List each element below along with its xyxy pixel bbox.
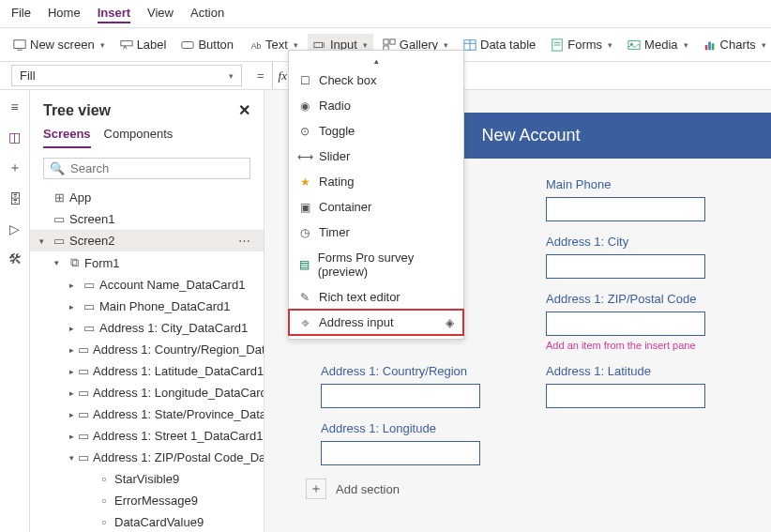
screen-icon [13, 38, 26, 52]
rail-layers-icon[interactable]: ◫ [8, 129, 21, 144]
tree-card-0[interactable]: ▸▭Account Name_DataCard1 [30, 274, 264, 296]
tree-screen2[interactable]: ▾▭Screen2⋯ [30, 230, 264, 251]
tree-card-5[interactable]: ▸▭Address 1: Longitude_DataCard1 [30, 382, 264, 403]
forms-icon [551, 38, 564, 52]
menu-item-icon: ▤ [298, 258, 310, 271]
menu-bar: File Home Insert View Action [0, 0, 771, 28]
menu-item-forms-pro-survey-preview-[interactable]: ▤Forms Pro survey (preview) [289, 245, 463, 284]
svg-rect-6 [384, 38, 388, 43]
media-icon [627, 38, 641, 52]
menu-item-icon: ▣ [298, 201, 311, 214]
svg-rect-19 [711, 43, 714, 50]
field-label: Address 1: ZIP/Postal Code [546, 292, 733, 306]
field-label: Address 1: City [546, 235, 733, 249]
svg-rect-17 [704, 45, 707, 50]
tree-card-4[interactable]: ▸▭Address 1: Latitude_DataCard1 [30, 360, 264, 382]
field-input[interactable] [546, 384, 705, 408]
tree-card-8[interactable]: ▾▭Address 1: ZIP/Postal Code_DataCard1 [30, 447, 264, 468]
menu-item-icon: ☐ [298, 74, 311, 87]
menu-item-toggle[interactable]: ⊙Toggle [289, 118, 463, 144]
field-input[interactable] [546, 312, 705, 336]
tab-screens[interactable]: Screens [43, 127, 91, 148]
menu-item-icon: ★ [298, 175, 311, 189]
search-input[interactable]: 🔍 [43, 158, 250, 179]
forms-button[interactable]: Forms▾ [545, 34, 618, 55]
rail-tree-icon[interactable]: ≡ [10, 99, 18, 114]
field-input[interactable] [546, 254, 705, 279]
charts-button[interactable]: Charts▾ [698, 34, 771, 55]
tree-card-1[interactable]: ▸▭Main Phone_DataCard1 [30, 296, 264, 317]
table-icon [463, 38, 476, 52]
tree-card-2[interactable]: ▸▭Address 1: City_DataCard1 [30, 317, 264, 339]
menu-item-icon: ◷ [298, 226, 311, 239]
field-r-0: Main Phone [546, 177, 733, 221]
field-hint: Add an item from the insert pane [546, 340, 733, 351]
plus-icon: ＋ [306, 479, 326, 499]
add-section-button[interactable]: ＋ Add section [265, 465, 771, 499]
menu-view[interactable]: View [147, 4, 174, 23]
menu-item-icon: ✎ [298, 291, 311, 304]
menu-item-icon: ⟷ [298, 150, 311, 163]
menu-item-address-input[interactable]: ⎆Address input◈ [289, 310, 463, 335]
svg-rect-0 [14, 39, 25, 48]
tree-form1[interactable]: ▾⧉Form1 [30, 251, 264, 274]
tree-panel: Tree view ✕ Screens Components 🔍 ⊞App▭Sc… [30, 90, 265, 532]
field-label: Address 1: Longitude [321, 421, 508, 435]
tree-screen1[interactable]: ▭Screen1 [30, 208, 264, 230]
button-button[interactable]: Button [175, 34, 239, 55]
field-label: Address 1: Country/Region [321, 364, 508, 378]
tree-child-0[interactable]: ▫StarVisible9 [30, 468, 264, 490]
tree-card-7[interactable]: ▸▭Address 1: Street 1_DataCard1 [30, 425, 264, 447]
field-input[interactable] [321, 441, 480, 465]
menu-insert[interactable]: Insert [98, 4, 130, 23]
tree-app[interactable]: ⊞App [30, 187, 264, 208]
svg-rect-3 [182, 41, 193, 48]
field-l-0: Address 1: Country/Region [321, 364, 508, 408]
search-icon: 🔍 [50, 161, 65, 175]
tree-card-3[interactable]: ▸▭Address 1: Country/Region_DataCard1 [30, 339, 264, 360]
field-r-2: Address 1: ZIP/Postal CodeAdd an item fr… [546, 292, 733, 351]
field-input[interactable] [546, 197, 705, 221]
left-rail: ≡ ◫ ＋ 🗄 ▷ 🛠 [0, 90, 30, 532]
input-dropdown-menu: ▴ ☐Check box◉Radio⊙Toggle⟷Slider★Rating▣… [288, 50, 464, 340]
menu-item-rich-text-editor[interactable]: ✎Rich text editor [289, 284, 463, 310]
rail-media-icon[interactable]: ▷ [9, 221, 20, 236]
property-select[interactable]: Fill▾ [11, 65, 242, 86]
rail-add-icon[interactable]: ＋ [8, 160, 22, 176]
svg-rect-5 [314, 42, 323, 47]
menu-item-radio[interactable]: ◉Radio [289, 93, 463, 118]
tree-child-1[interactable]: ▫ErrorMessage9 [30, 490, 264, 511]
menu-item-slider[interactable]: ⟷Slider [289, 144, 463, 169]
charts-icon [703, 38, 717, 52]
tab-components[interactable]: Components [104, 127, 174, 148]
menu-file[interactable]: File [11, 4, 31, 23]
label-button[interactable]: Label [114, 34, 173, 55]
equals-label: = [249, 68, 272, 83]
data-table-button[interactable]: Data table [458, 34, 541, 55]
new-screen-button[interactable]: New screen▾ [8, 34, 111, 55]
field-input[interactable] [321, 384, 480, 408]
menu-action[interactable]: Action [190, 4, 224, 23]
svg-rect-18 [708, 41, 711, 50]
svg-rect-7 [390, 38, 395, 43]
menu-item-container[interactable]: ▣Container [289, 194, 463, 220]
media-button[interactable]: Media▾ [622, 34, 693, 55]
field-label: Address 1: Latitude [546, 364, 733, 378]
menu-item-check-box[interactable]: ☐Check box [289, 68, 463, 93]
menu-scroll-up[interactable]: ▴ [289, 54, 463, 68]
text-icon: Ab [249, 38, 262, 52]
menu-item-rating[interactable]: ★Rating [289, 169, 463, 194]
svg-text:Ab: Ab [251, 40, 262, 50]
menu-item-timer[interactable]: ◷Timer [289, 220, 463, 245]
label-icon [120, 38, 133, 52]
rail-data-icon[interactable]: 🗄 [8, 191, 22, 206]
tree-card-6[interactable]: ▸▭Address 1: State/Province_DataCard1 [30, 403, 264, 425]
menu-item-icon: ⊙ [298, 125, 311, 138]
field-r-1: Address 1: City [546, 235, 733, 279]
close-icon[interactable]: ✕ [238, 101, 250, 119]
menu-home[interactable]: Home [48, 4, 81, 23]
rail-advanced-icon[interactable]: 🛠 [8, 251, 22, 266]
menu-item-icon: ◉ [298, 99, 311, 113]
field-r-3: Address 1: Latitude [546, 364, 733, 408]
tree-child-2[interactable]: ▫DataCardValue9 [30, 511, 264, 532]
